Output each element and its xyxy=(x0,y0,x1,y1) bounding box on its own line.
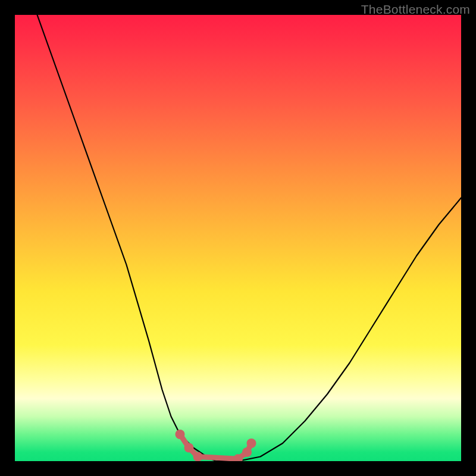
plot-area xyxy=(15,15,461,461)
bottleneck-curve xyxy=(37,15,462,461)
marker-dot xyxy=(242,447,252,457)
marker-dot xyxy=(193,452,203,462)
bottleneck-svg xyxy=(15,15,461,461)
marker-dot xyxy=(184,443,194,453)
marker-dot xyxy=(247,439,256,448)
outer-frame: TheBottleneck.com xyxy=(0,0,476,476)
marker-dot xyxy=(176,430,185,439)
